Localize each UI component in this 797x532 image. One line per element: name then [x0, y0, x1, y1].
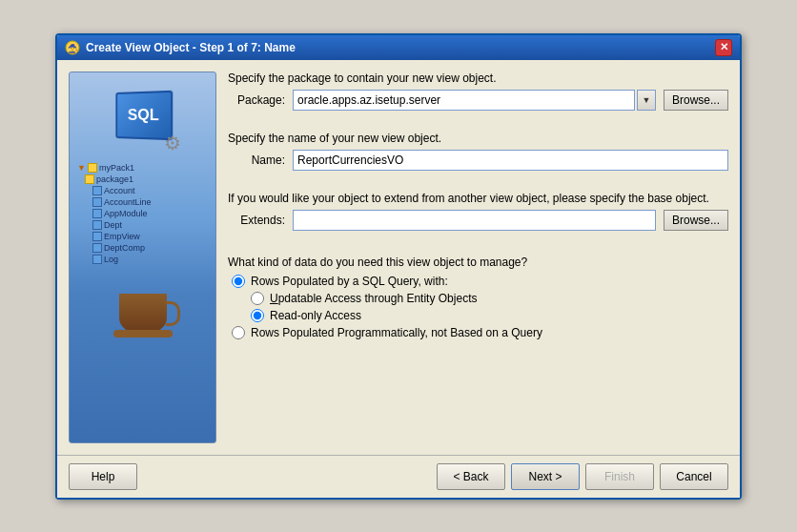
tree-decoration: ▼ myPack1 package1 Account Account [70, 162, 215, 265]
name-section-desc: Specify the name of your new view object… [228, 132, 728, 145]
left-decoration-panel: SQL ⚙ ▼ myPack1 package1 [69, 72, 216, 443]
footer-left-buttons: Help [69, 463, 137, 490]
package-row: Package: ▼ Browse... [228, 90, 728, 111]
package-label: Package: [228, 93, 285, 107]
tree-item-1: package1 [96, 174, 133, 184]
tree-item-2: Account [104, 186, 135, 195]
radio-updatable-input[interactable] [251, 292, 264, 305]
data-question-label: What kind of data do you need this view … [228, 256, 728, 269]
extends-section-desc: If you would like your object to extend … [228, 192, 728, 205]
radio-section: What kind of data do you need this view … [228, 256, 728, 339]
name-label: Name: [228, 153, 285, 167]
dialog-window: 🧙 Create View Object - Step 1 of 7: Name… [55, 33, 742, 500]
radio-programmatic-label[interactable]: Rows Populated Programmatically, not Bas… [251, 326, 542, 339]
title-bar-left: 🧙 Create View Object - Step 1 of 7: Name [65, 40, 296, 55]
package-browse-button[interactable]: Browse... [664, 90, 728, 111]
help-button[interactable]: Help [69, 463, 137, 490]
name-row: Name: [228, 150, 728, 171]
window-title: Create View Object - Step 1 of 7: Name [86, 41, 296, 54]
tree-item-3: AccountLine [104, 197, 152, 207]
radio-programmatic-input[interactable] [232, 326, 245, 339]
finish-button[interactable]: Finish [585, 463, 654, 490]
tree-item-5: Dept [104, 220, 122, 230]
coffee-cup-decoration [119, 294, 167, 332]
footer-right-buttons: < Back Next > Finish Cancel [437, 463, 728, 490]
extends-section: If you would like your object to extend … [228, 192, 728, 238]
close-button[interactable]: ✕ [715, 39, 732, 56]
name-section: Specify the name of your new view object… [228, 132, 728, 178]
package-section-desc: Specify the package to contain your new … [228, 72, 728, 85]
radio-readonly-label[interactable]: Read-only Access [270, 309, 361, 322]
gear-icon: ⚙ [164, 132, 181, 154]
extends-browse-button[interactable]: Browse... [664, 210, 728, 231]
decoration-art: SQL ⚙ ▼ myPack1 package1 [70, 72, 215, 442]
radio-group: Rows Populated by a SQL Query, with: Upd… [232, 275, 728, 339]
tree-item-8: Log [104, 255, 118, 264]
package-dropdown-arrow[interactable]: ▼ [637, 90, 656, 111]
tree-item-7: DeptComp [104, 243, 145, 253]
radio-sql-label[interactable]: Rows Populated by a SQL Query, with: [251, 275, 448, 288]
radio-item-programmatic: Rows Populated Programmatically, not Bas… [232, 326, 728, 339]
extends-input[interactable] [293, 210, 656, 231]
cancel-button[interactable]: Cancel [660, 463, 728, 490]
right-form-panel: Specify the package to contain your new … [228, 72, 728, 443]
title-bar: 🧙 Create View Object - Step 1 of 7: Name… [57, 35, 740, 60]
tree-item-6: EmpView [104, 232, 140, 241]
radio-item-updatable: Updatable Access through Entity Objects [251, 292, 728, 305]
radio-sql-input[interactable] [232, 275, 245, 288]
extends-row: Extends: Browse... [228, 210, 728, 231]
package-input[interactable] [293, 90, 635, 111]
radio-item-sql: Rows Populated by a SQL Query, with: [232, 275, 728, 288]
package-input-group: ▼ [293, 90, 656, 111]
name-input[interactable] [293, 150, 728, 171]
svg-text:🧙: 🧙 [68, 43, 79, 54]
next-button[interactable]: Next > [511, 463, 580, 490]
dialog-footer: Help < Back Next > Finish Cancel [57, 455, 740, 498]
radio-readonly-input[interactable] [251, 309, 264, 322]
wizard-icon: 🧙 [65, 40, 80, 55]
back-button[interactable]: < Back [437, 463, 505, 490]
radio-item-readonly: Read-only Access [251, 309, 728, 322]
tree-item-4: AppModule [104, 209, 148, 218]
package-section: Specify the package to contain your new … [228, 72, 728, 118]
extends-label: Extends: [228, 214, 285, 227]
radio-updatable-label[interactable]: Updatable Access through Entity Objects [270, 292, 477, 305]
tree-item-0: myPack1 [99, 163, 134, 173]
content-area: SQL ⚙ ▼ myPack1 package1 [57, 60, 740, 455]
